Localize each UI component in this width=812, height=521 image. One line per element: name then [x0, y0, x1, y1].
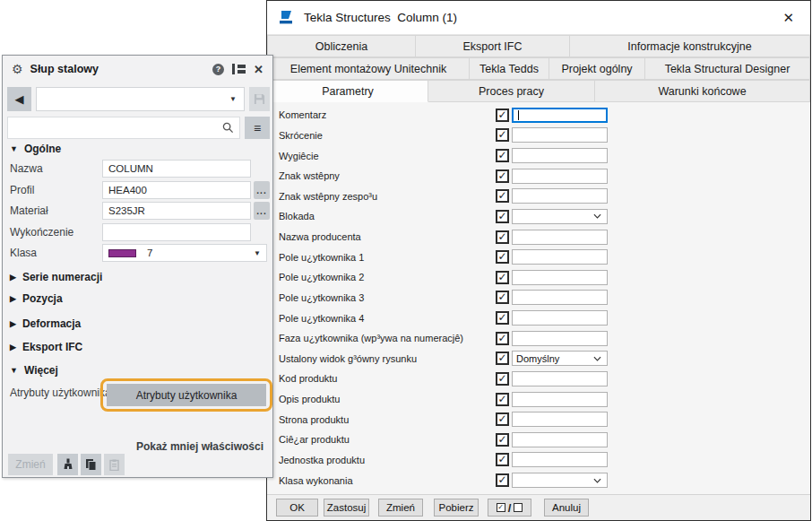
attribute-input[interactable] [512, 270, 608, 285]
attribute-row: Wygiêcie✓ [267, 145, 810, 166]
modify-button[interactable]: Zmień [378, 499, 423, 517]
section-header-serie-numeracji[interactable]: Serie numeracji [10, 271, 102, 283]
check-icon: ✓ [497, 129, 506, 140]
profile-field[interactable]: HEA400 [102, 181, 251, 199]
attribute-input[interactable] [512, 188, 608, 204]
attribute-checkbox[interactable]: ✓ [496, 352, 509, 365]
attribute-input[interactable] [512, 392, 608, 407]
attribute-row: Pole u¿ytkownika 1✓ [267, 247, 810, 267]
pick-properties-button[interactable] [57, 454, 78, 475]
pin-panel-icon[interactable] [232, 64, 246, 74]
show-less-properties-link[interactable]: Pokaż mniej właściwości [136, 440, 263, 453]
ok-button[interactable]: OK [276, 499, 318, 517]
close-icon[interactable]: ✕ [777, 8, 799, 28]
panel-titlebar: ⚙ Słup stalowy ? ✕ [3, 56, 272, 82]
help-icon[interactable]: ? [212, 64, 224, 75]
copy-properties-button[interactable] [81, 454, 101, 475]
attribute-input[interactable] [512, 249, 608, 265]
check-icon: ✓ [497, 434, 506, 445]
tekla-logo-icon [278, 10, 296, 25]
attribute-checkbox[interactable]: ✓ [496, 169, 509, 183]
tab-warunki-ko-cowe[interactable]: Warunki końcowe [595, 80, 810, 102]
attribute-dropdown[interactable] [512, 473, 608, 488]
user-attributes-button[interactable]: Atrybuty użytkownika [107, 384, 266, 406]
tab-tekla-tedds[interactable]: Tekla Tedds [470, 57, 549, 80]
section-header-deformacja[interactable]: Deformacja [10, 317, 81, 330]
cancel-button[interactable]: Anuluj [544, 499, 589, 517]
gear-icon[interactable]: ⚙ [12, 62, 23, 76]
search-options-menu-button[interactable]: ≡ [245, 117, 270, 139]
attribute-checkbox[interactable]: ✓ [496, 332, 509, 345]
check-icon: ✓ [497, 170, 506, 181]
tab-eksport-ifc[interactable]: Eksport IFC [416, 35, 570, 57]
finish-field[interactable] [102, 223, 251, 241]
attribute-input[interactable] [512, 148, 608, 163]
attribute-row: Komentarz✓ [267, 105, 810, 126]
attribute-checkbox[interactable]: ✓ [496, 230, 509, 244]
tab-element-monta-owy-unitechnik[interactable]: Element montażowy Unitechnik [267, 57, 470, 80]
section-header-eksport-ifc[interactable]: Eksport IFC [10, 341, 82, 353]
class-value: 7 [147, 247, 152, 258]
toggle-all-checkboxes-button[interactable]: ✓/ [488, 499, 531, 517]
check-icon: ✓ [497, 272, 506, 282]
attribute-checkbox[interactable]: ✓ [496, 128, 509, 142]
attribute-row: Opis produktu✓ [267, 389, 810, 410]
attribute-input[interactable] [512, 127, 608, 143]
check-icon: ✓ [497, 352, 506, 363]
attribute-label: Ciê¿ar produktu [279, 434, 350, 445]
attribute-input[interactable] [512, 230, 608, 245]
back-button[interactable]: ◀ [7, 87, 31, 111]
attribute-dropdown[interactable] [512, 209, 608, 224]
property-preset-combobox[interactable]: ▼ [36, 87, 245, 111]
name-field[interactable]: COLUMN [102, 160, 251, 178]
attribute-input[interactable] [512, 331, 608, 346]
attribute-checkbox[interactable]: ✓ [496, 271, 509, 284]
finish-label: Wykończenie [10, 226, 73, 239]
attribute-checkbox[interactable]: ✓ [496, 453, 509, 466]
attribute-input[interactable] [512, 290, 608, 305]
attribute-label: Klasa wykonania [279, 475, 353, 486]
section-header-pozycja[interactable]: Pozycja [10, 292, 63, 305]
search-input[interactable] [7, 117, 240, 139]
tab-proces-pracy[interactable]: Proces pracy [428, 80, 595, 102]
attribute-checkbox[interactable]: ✓ [496, 210, 509, 223]
attribute-input[interactable] [512, 432, 608, 447]
attribute-input[interactable] [512, 108, 608, 123]
attribute-checkbox[interactable]: ✓ [496, 311, 509, 325]
attribute-rows: Komentarz✓Skrócenie✓Wygiêcie✓Znak wstêpn… [267, 105, 810, 491]
tab-row-2: Element montażowy UnitechnikTekla TeddsP… [267, 57, 810, 80]
attribute-checkbox[interactable]: ✓ [496, 473, 509, 487]
panel-close-icon[interactable]: ✕ [254, 63, 263, 76]
attribute-checkbox[interactable]: ✓ [496, 149, 509, 162]
check-icon: ✓ [497, 312, 506, 323]
get-button[interactable]: Pobierz [434, 499, 479, 517]
section-header-ogolne[interactable]: Ogólne [10, 143, 61, 155]
tab-projekt-og-lny[interactable]: Projekt ogólny [549, 57, 645, 80]
class-dropdown[interactable]: 7 ▼ [102, 244, 267, 262]
section-header-wiecej[interactable]: Więcej [10, 364, 58, 377]
attribute-input[interactable] [512, 371, 608, 386]
tab-parametry[interactable]: Parametry [267, 80, 428, 102]
attribute-checkbox[interactable]: ✓ [496, 372, 509, 386]
attribute-checkbox[interactable]: ✓ [496, 250, 509, 264]
attribute-checkbox[interactable]: ✓ [496, 189, 509, 203]
tab-tekla-structural-designer[interactable]: Tekla Structural Designer [645, 57, 810, 80]
dialog-titlebar: Tekla Structures Column (1) ✕ [267, 1, 810, 35]
attribute-input[interactable] [512, 452, 608, 467]
tab-obliczenia[interactable]: Obliczenia [267, 35, 416, 57]
material-field[interactable]: S235JR [102, 202, 251, 220]
clipboard-icon [109, 459, 119, 471]
attribute-input[interactable] [512, 412, 608, 427]
material-browse-button[interactable]: ... [254, 202, 270, 220]
attribute-checkbox[interactable]: ✓ [496, 109, 509, 122]
apply-button[interactable]: Zastosuj [324, 499, 369, 517]
attribute-input[interactable] [512, 310, 608, 326]
attribute-checkbox[interactable]: ✓ [496, 291, 509, 304]
attribute-input[interactable] [512, 169, 608, 184]
attribute-checkbox[interactable]: ✓ [496, 433, 509, 447]
attribute-dropdown[interactable]: Domyślny [512, 351, 608, 366]
profile-browse-button[interactable]: ... [254, 181, 270, 199]
tab-informacje-konstrukcyjne[interactable]: Informacje konstrukcyjne [570, 35, 810, 57]
attribute-checkbox[interactable]: ✓ [496, 393, 509, 406]
attribute-checkbox[interactable]: ✓ [496, 412, 509, 426]
